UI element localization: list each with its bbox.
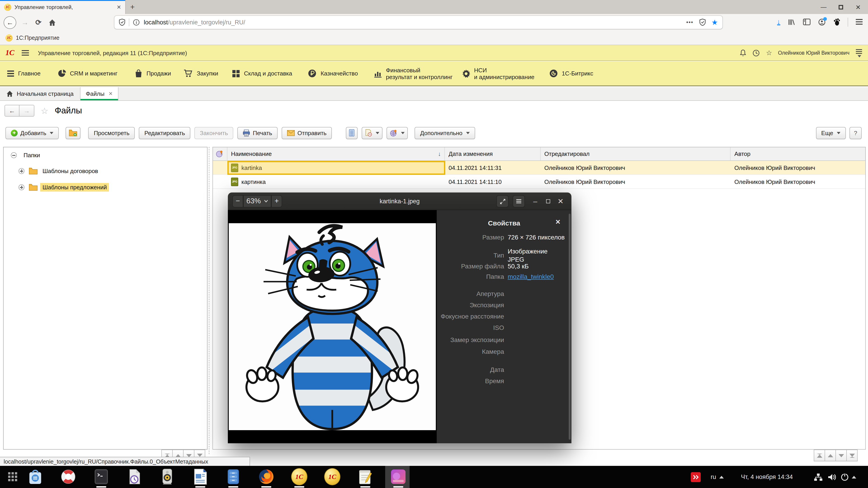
page-forward-button[interactable]: → <box>20 105 34 117</box>
additional-button[interactable]: Дополнительно <box>415 127 475 139</box>
home-icon[interactable] <box>45 15 59 29</box>
nav-item-nsi[interactable]: НСИи администрирование <box>462 67 540 80</box>
viewer-minimize-icon[interactable]: – <box>529 197 541 205</box>
nav-item-crm[interactable]: CRM и маркетинг <box>57 69 118 78</box>
edit-button[interactable]: Редактировать <box>139 127 191 139</box>
new-tab-button[interactable]: + <box>126 0 139 14</box>
tab-files-close-icon[interactable]: ✕ <box>108 91 113 97</box>
url-bar[interactable]: localhost/upravlenie_torgovlej/ru_RU/ ••… <box>114 15 722 29</box>
collapse-icon[interactable] <box>11 152 17 158</box>
table-row[interactable]: JPGкартинка 04.11.2021 14:11:10 Олейнико… <box>213 175 865 189</box>
column-name[interactable]: Наименование↓ <box>227 147 445 160</box>
go-prev-button[interactable] <box>825 450 836 461</box>
libreoffice-writer-icon[interactable] <box>191 468 209 486</box>
send-button[interactable]: Отправить <box>282 127 332 139</box>
tree-item-proposal-templates[interactable]: Шаблоны предложений <box>19 183 109 192</box>
bookmark-star-icon[interactable]: ★ <box>711 18 718 26</box>
tray-expand-icon[interactable] <box>852 466 856 488</box>
nav-item-main[interactable]: Главное <box>7 70 40 77</box>
favorites-star-icon[interactable]: ☆ <box>766 49 772 57</box>
1c-enterprise-icon[interactable]: 1С <box>290 468 308 486</box>
properties-close-icon[interactable]: ✕ <box>555 218 561 225</box>
new-folder-button[interactable] <box>66 127 81 139</box>
folder-link[interactable]: mozilla_twinkle0 <box>508 273 554 280</box>
list-settings-button[interactable] <box>346 127 358 139</box>
file-versions-button[interactable] <box>362 127 383 139</box>
header-pin-icon[interactable] <box>213 147 227 160</box>
column-author[interactable]: Автор <box>731 147 865 160</box>
1c-enterprise-icon[interactable]: 1С <box>323 468 341 486</box>
print-button[interactable]: Печать <box>238 127 278 139</box>
power-icon[interactable] <box>840 466 849 488</box>
text-editor-clock-icon[interactable] <box>125 468 143 486</box>
viewer-menu-button[interactable] <box>513 195 525 207</box>
expand-icon[interactable] <box>19 168 24 174</box>
history-icon[interactable] <box>752 49 760 57</box>
volume-icon[interactable] <box>827 466 836 488</box>
go-first-button[interactable] <box>814 450 825 461</box>
clock[interactable]: Чт, 4 ноября 14:34 <box>741 466 793 488</box>
tab-close-icon[interactable]: ✕ <box>117 4 121 10</box>
viewer-close-icon[interactable]: ✕ <box>554 197 567 205</box>
window-minimize-icon[interactable]: — <box>821 4 827 10</box>
tab-home[interactable]: Начальная страница <box>0 87 80 100</box>
nav-item-warehouse[interactable]: Склад и доставка <box>232 69 292 77</box>
protection-shield-icon[interactable] <box>699 19 706 26</box>
expand-icon[interactable] <box>19 184 24 190</box>
image-viewer-icon[interactable] <box>389 468 407 486</box>
nav-item-purchases[interactable]: Закупки <box>184 69 218 78</box>
nav-item-finance[interactable]: Финансовыйрезультат и контроллинг <box>374 67 455 80</box>
service-menu-icon[interactable] <box>855 48 863 57</box>
properties-scrollbar[interactable] <box>569 214 570 440</box>
help-icon[interactable] <box>59 468 77 486</box>
music-player-icon[interactable] <box>158 468 176 486</box>
collab-button[interactable] <box>387 127 408 139</box>
files-icon[interactable] <box>224 468 242 486</box>
terminal-icon[interactable] <box>92 468 110 486</box>
downloads-icon[interactable]: ↓ <box>777 19 780 25</box>
go-next-button[interactable] <box>835 450 847 461</box>
window-maximize-icon[interactable] <box>839 5 843 9</box>
window-close-icon[interactable]: ✕ <box>856 3 861 11</box>
go-last-button[interactable] <box>846 450 858 461</box>
user-name[interactable]: Олейников Юрий Викторович <box>778 50 849 56</box>
column-edited[interactable]: Отредактировал <box>541 147 731 160</box>
menu-icon[interactable] <box>856 19 863 25</box>
page-back-button[interactable]: ← <box>4 105 20 117</box>
gnome-foot-icon[interactable] <box>833 18 840 26</box>
tree-root-folders[interactable]: Папки <box>11 151 42 160</box>
notes-icon[interactable] <box>356 468 374 486</box>
nav-item-sales[interactable]: Продажи <box>135 69 171 78</box>
forward-icon[interactable]: → <box>18 15 32 29</box>
nav-item-treasury[interactable]: Казначейство <box>308 69 358 78</box>
fullscreen-button[interactable] <box>496 195 508 207</box>
software-store-icon[interactable] <box>26 468 44 486</box>
panel-splitter[interactable] <box>209 147 209 454</box>
back-icon[interactable]: ← <box>4 16 16 29</box>
show-apps-icon[interactable] <box>4 468 22 486</box>
column-date[interactable]: Дата изменения <box>445 147 541 160</box>
add-button[interactable]: +Добавить <box>5 127 59 139</box>
library-icon[interactable] <box>788 18 795 26</box>
browser-tab[interactable]: 1С Управление торговлей, ✕ <box>0 0 126 14</box>
viewer-titlebar[interactable]: − 63% + kartinka-1.jpeg – ✕ <box>228 193 571 210</box>
reload-icon[interactable]: ⟳ <box>32 15 45 29</box>
keyboard-indicator[interactable] <box>691 466 701 488</box>
tab-files[interactable]: Файлы ✕ <box>80 87 119 100</box>
sidebar-icon[interactable] <box>803 19 811 25</box>
notifications-bell-icon[interactable] <box>740 49 747 57</box>
view-button[interactable]: Просмотреть <box>88 127 135 139</box>
account-icon[interactable] <box>818 18 826 26</box>
network-icon[interactable] <box>814 466 823 488</box>
page-actions-icon[interactable]: ••• <box>686 19 693 25</box>
more-button[interactable]: Еще <box>816 127 846 139</box>
viewer-maximize-icon[interactable] <box>541 199 554 203</box>
help-button[interactable]: ? <box>849 127 862 139</box>
bookmark-item[interactable]: 1С:Предприятие <box>16 35 59 41</box>
firefox-icon[interactable] <box>257 468 275 486</box>
nav-item-bitrix[interactable]: 1С-Битрикс <box>549 69 593 78</box>
language-indicator[interactable]: ru <box>711 466 724 488</box>
app-menu-icon[interactable] <box>22 50 29 56</box>
tree-item-contract-templates[interactable]: Шаблоны договоров <box>19 167 100 175</box>
page-star-icon[interactable]: ☆ <box>41 105 49 116</box>
